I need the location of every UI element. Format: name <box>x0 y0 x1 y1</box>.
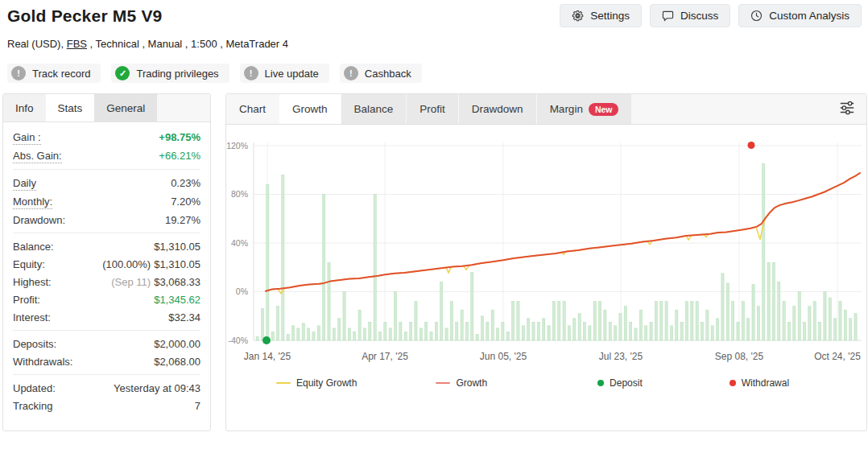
activity-bar <box>772 262 775 340</box>
legend-label: Growth <box>456 377 487 389</box>
gain-value: +98.75% <box>159 130 200 144</box>
activity-bar <box>573 319 576 340</box>
activity-bar <box>660 302 663 340</box>
withdrawal-marker[interactable] <box>748 142 755 149</box>
x-tick-label: Jun 05, '25 <box>480 351 527 362</box>
activity-bar <box>655 302 657 340</box>
daily-label[interactable]: Daily <box>13 176 36 191</box>
gain-label[interactable]: Gain : <box>13 130 41 145</box>
equity-value: (100.00%)$1,310.05 <box>102 257 200 271</box>
activity-bar <box>496 328 498 340</box>
tab-margin[interactable]: Margin New <box>537 94 632 124</box>
activity-bar <box>609 322 611 340</box>
growth-chart: 120%80%40%0%-40%Jan 14, '25Apr 17, '25Ju… <box>226 130 866 369</box>
settings-button[interactable]: Settings <box>560 4 642 27</box>
withdrawals-label: Withdrawals: <box>13 355 72 369</box>
badge-label: Live update <box>265 68 319 80</box>
highest-date: (Sep 11) <box>111 276 151 288</box>
activity-bar <box>614 326 617 340</box>
activity-bar <box>502 322 504 340</box>
equity-percent: (100.00%) <box>102 258 151 270</box>
badge-live-update[interactable]: ! Live update <box>240 64 329 83</box>
abs-gain-label[interactable]: Abs. Gain: <box>13 149 62 163</box>
activity-bar <box>808 307 811 340</box>
activity-bar <box>276 307 279 340</box>
activity-bar <box>302 323 304 340</box>
header-actions: Settings Discuss Custom Analysis <box>560 4 862 27</box>
stat-row-interest: Interest: $32.34 <box>13 308 200 326</box>
activity-bar <box>374 195 376 341</box>
tab-drawdown[interactable]: Drawdown <box>459 94 536 124</box>
activity-bar <box>844 310 846 340</box>
drawdown-label: Drawdown: <box>13 213 65 227</box>
activity-bar <box>849 319 852 340</box>
tab-balance[interactable]: Balance <box>341 94 407 124</box>
activity-bar <box>430 332 432 340</box>
activity-bar <box>363 328 366 340</box>
badge-trading-privileges[interactable]: ✓ Trading privileges <box>111 64 229 83</box>
legend-label: Withdrawal <box>742 377 789 389</box>
activity-bar <box>742 302 744 340</box>
divider <box>13 330 200 331</box>
tab-general[interactable]: General <box>94 94 157 122</box>
withdrawals-value: $2,068.00 <box>154 355 200 369</box>
activity-bar <box>598 302 601 340</box>
tab-stats[interactable]: Stats <box>46 94 95 122</box>
activity-bar <box>532 322 535 340</box>
activity-bar <box>783 302 785 340</box>
discuss-button[interactable]: Discuss <box>650 4 730 27</box>
tab-profit[interactable]: Profit <box>407 94 458 124</box>
activity-bar <box>757 307 759 340</box>
activity-bar <box>256 337 258 341</box>
withdrawal-swatch <box>730 380 736 386</box>
activity-bar <box>793 307 796 340</box>
activity-bar <box>333 328 335 340</box>
deposit-marker[interactable] <box>262 336 271 344</box>
y-tick-label: 80% <box>231 189 248 199</box>
activity-bar <box>369 322 371 340</box>
tab-chart[interactable]: Chart <box>226 94 279 124</box>
badge-label: Trading privileges <box>136 68 218 80</box>
clock-icon <box>750 10 763 22</box>
activity-bar <box>353 332 356 340</box>
monthly-label[interactable]: Monthly: <box>13 195 52 209</box>
legend-deposit: Deposit <box>597 377 643 389</box>
daily-value: 0.23% <box>171 176 200 190</box>
page-header: Gold Pecker M5 V9 Settings Discuss Custo… <box>0 0 868 83</box>
activity-bar <box>537 322 539 340</box>
gear-icon <box>572 10 584 22</box>
y-tick-label: 120% <box>226 141 248 150</box>
chart-filter-button[interactable] <box>838 100 856 119</box>
broker-link[interactable]: FBS <box>67 38 87 50</box>
activity-bar <box>803 322 805 340</box>
activity-bar <box>763 164 765 340</box>
activity-bar <box>665 302 668 340</box>
activity-bar <box>271 332 274 340</box>
x-tick-label: Jul 23, '25 <box>599 351 643 362</box>
activity-bar <box>721 274 724 340</box>
activity-bar <box>645 326 647 340</box>
activity-bar <box>634 328 637 340</box>
stat-row-equity: Equity: (100.00%)$1,310.05 <box>13 255 200 273</box>
divider <box>13 374 200 375</box>
activity-bar <box>512 302 515 340</box>
badge-track-record[interactable]: ! Track record <box>7 64 101 83</box>
activity-bar <box>711 326 713 340</box>
tab-growth[interactable]: Growth <box>279 94 341 124</box>
tracking-value: 7 <box>195 399 200 413</box>
activity-bar <box>589 326 591 340</box>
activity-bar <box>593 302 596 340</box>
check-icon: ✓ <box>115 66 130 80</box>
custom-analysis-button[interactable]: Custom Analysis <box>738 4 862 27</box>
main-content: Info Stats General Gain : +98.75% Abs. G… <box>0 93 868 431</box>
activity-bar <box>399 322 402 340</box>
activity-bar <box>415 302 417 340</box>
activity-bar <box>650 322 652 340</box>
activity-bar <box>670 326 672 340</box>
deposits-value: $2,000.00 <box>154 337 200 351</box>
activity-bar <box>291 326 294 340</box>
badge-cashback[interactable]: ! Cashback <box>340 64 422 83</box>
activity-bar <box>829 298 831 340</box>
tab-info[interactable]: Info <box>3 94 46 122</box>
subtitle-suffix: , Technical , Manual , 1:500 , MetaTrade… <box>87 38 288 50</box>
